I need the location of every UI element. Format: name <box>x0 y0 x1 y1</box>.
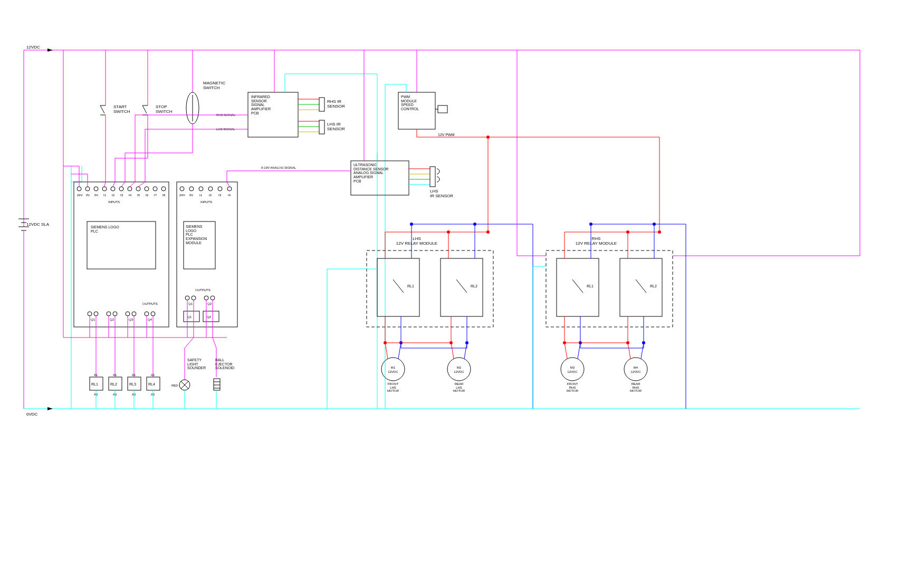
svg-text:RL1: RL1 <box>407 284 414 288</box>
svg-point-130 <box>204 296 208 300</box>
svg-text:M1: M1 <box>391 366 396 369</box>
svg-line-127 <box>227 182 229 187</box>
svg-text:0V: 0V <box>86 194 90 197</box>
svg-text:I7: I7 <box>154 194 157 197</box>
svg-text:RHS IRSENSOR: RHS IRSENSOR <box>327 99 345 109</box>
svg-text:Q2: Q2 <box>110 318 114 321</box>
svg-text:Q2: Q2 <box>207 302 212 305</box>
svg-rect-60 <box>430 167 435 187</box>
svg-text:Q1: Q1 <box>187 315 192 319</box>
lhs-ir-sensor: LHS IRSENSOR <box>298 120 345 134</box>
svg-point-128 <box>185 296 189 300</box>
svg-text:LHS12V RELAY MODULE: LHS12V RELAY MODULE <box>396 236 437 246</box>
svg-text:I1: I1 <box>103 194 107 197</box>
relay-coil-rl4: RL4 A1 A2 <box>147 373 160 409</box>
svg-text:0V: 0V <box>94 194 98 197</box>
svg-point-129 <box>192 296 196 300</box>
svg-point-79 <box>128 187 132 191</box>
pwm-module: PWMMODULESPEEDCONTROL 12V PWM <box>385 50 659 409</box>
svg-point-199 <box>410 223 413 226</box>
svg-text:12VDC
SLA: 12VDC SLA <box>26 222 50 227</box>
svg-text:I2: I2 <box>209 194 212 197</box>
svg-text:M3: M3 <box>570 366 575 369</box>
svg-text:REARRHSMOTOR: REARRHSMOTOR <box>630 382 642 392</box>
svg-point-196 <box>447 230 450 234</box>
svg-point-81 <box>136 187 140 191</box>
svg-text:A1: A1 <box>132 373 136 377</box>
rhs-relay-module: RHS12V RELAY MODULE RL1 RL2 <box>546 236 673 327</box>
svg-point-87 <box>161 187 166 191</box>
circuit-diagram: 12VDC 12VDC SLA 0VDC STARTSWITCH STOPSWI… <box>0 0 909 588</box>
svg-point-101 <box>107 312 111 316</box>
svg-line-223 <box>636 279 646 293</box>
svg-text:SAFETYLIGHTSOUNDER: SAFETYLIGHTSOUNDER <box>187 358 206 370</box>
relay-coil-rl2: RL2 A1 A2 <box>109 373 122 409</box>
svg-text:STOPSWITCH: STOPSWITCH <box>156 104 173 114</box>
svg-text:RL1: RL1 <box>587 284 594 288</box>
svg-text:12V PWM: 12V PWM <box>438 133 455 137</box>
svg-line-93 <box>104 182 106 187</box>
svg-text:OUTPUTS: OUTPUTS <box>142 302 158 305</box>
svg-text:I1: I1 <box>199 194 203 197</box>
svg-point-75 <box>111 187 115 191</box>
svg-point-77 <box>119 187 123 191</box>
svg-line-94 <box>113 182 115 187</box>
svg-text:I6: I6 <box>146 194 149 197</box>
svg-text:RHS12V RELAY MODULE: RHS12V RELAY MODULE <box>576 236 617 246</box>
svg-point-125 <box>227 187 232 191</box>
svg-point-131 <box>210 296 215 300</box>
svg-text:MAGNETICSWITCH: MAGNETICSWITCH <box>203 81 225 90</box>
svg-text:12VDC: 12VDC <box>454 370 464 373</box>
svg-point-98 <box>88 312 92 316</box>
svg-text:RL2: RL2 <box>110 382 117 386</box>
svg-point-243 <box>624 358 647 381</box>
svg-text:A1: A1 <box>94 373 98 377</box>
rhs-ir-sensor: RHS IRSENSOR <box>298 98 345 111</box>
svg-point-198 <box>473 223 476 226</box>
svg-point-67 <box>77 187 81 191</box>
svg-point-99 <box>94 312 98 316</box>
svg-point-206 <box>447 358 471 381</box>
svg-line-96 <box>130 182 135 187</box>
svg-text:Q1: Q1 <box>91 318 95 321</box>
svg-rect-183 <box>367 250 493 327</box>
svg-text:Q4: Q4 <box>148 318 152 321</box>
svg-rect-45 <box>438 105 447 113</box>
svg-point-193 <box>486 136 490 139</box>
svg-text:A1: A1 <box>113 373 117 377</box>
svg-text:M4: M4 <box>634 366 638 369</box>
svg-point-121 <box>208 187 213 191</box>
svg-text:RL2: RL2 <box>650 284 657 288</box>
svg-point-231 <box>626 230 629 234</box>
magnetic-switch: MAGNETICSWITCH <box>125 50 225 182</box>
svg-point-234 <box>589 223 592 226</box>
ball-ejector-solenoid: BALLEJECTORSOLENOID <box>214 358 234 409</box>
svg-point-73 <box>102 187 107 191</box>
svg-point-69 <box>85 187 90 191</box>
svg-text:RL3: RL3 <box>129 382 136 386</box>
svg-point-123 <box>218 187 222 191</box>
svg-text:RL4: RL4 <box>148 382 155 386</box>
svg-text:M2: M2 <box>457 366 462 369</box>
safety-light-sounder: SAFETYLIGHTSOUNDER RED <box>171 358 206 409</box>
motor-m4: M4 12VDC REARRHSMOTOR <box>624 316 647 392</box>
svg-point-237 <box>561 358 584 381</box>
lhs-relay-module: LHS12V RELAY MODULE RL1 RL2 <box>367 236 493 327</box>
svg-text:SIEMENSLOGOPLCEXPANSIONMODULE: SIEMENSLOGOPLCEXPANSIONMODULE <box>186 225 207 245</box>
svg-text:INFRAREDSENSORSIGNALAMPLIFIERP: INFRAREDSENSORSIGNALAMPLIFIERPCB <box>251 95 271 115</box>
svg-text:INPUTS: INPUTS <box>200 200 212 204</box>
svg-rect-37 <box>319 98 324 111</box>
svg-text:12VDC: 12VDC <box>630 370 641 373</box>
svg-line-97 <box>138 182 145 187</box>
svg-text:24V: 24V <box>77 194 83 197</box>
svg-text:12VDC: 12VDC <box>388 370 398 373</box>
svg-text:INPUTS: INPUTS <box>108 200 120 204</box>
svg-point-71 <box>94 187 98 191</box>
svg-line-14 <box>100 105 104 113</box>
svg-point-233 <box>653 223 656 226</box>
svg-line-186 <box>393 279 404 293</box>
svg-text:A1: A1 <box>151 373 155 377</box>
relay-coil-rl3: RL3 A1 A2 <box>128 373 141 409</box>
svg-text:24V: 24V <box>179 194 185 197</box>
svg-point-115 <box>180 187 184 191</box>
